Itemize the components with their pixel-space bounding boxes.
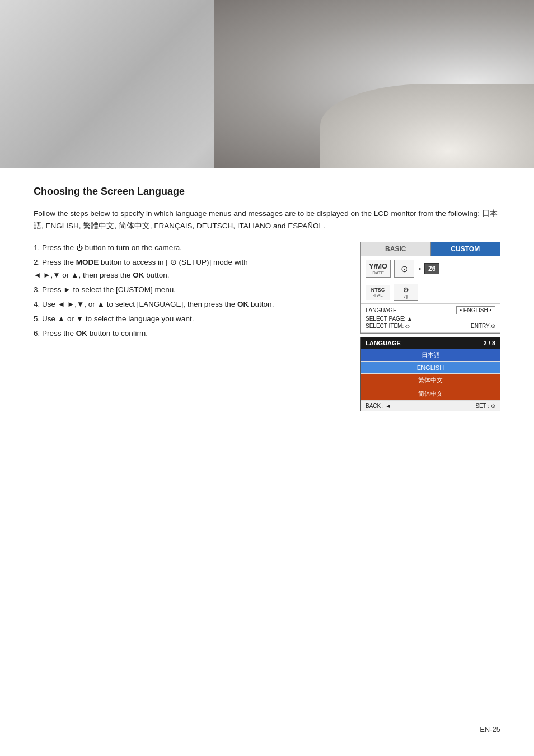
ntsc-pal-label: -PAL (373, 293, 382, 298)
step-5: Use ▲ or ▼ to select the language you wa… (34, 313, 344, 326)
lang-set-label: SET : ⊙ (475, 403, 495, 409)
timer-icon-box: ⊙ 7|j (394, 284, 418, 301)
lang-english-text: ENGLISH (417, 364, 444, 371)
step-4: Use ◄ ►,▼, or ▲ to select [LANGUAGE], th… (34, 298, 344, 311)
step-2: Press the MODE button to access in [ ⊙ (… (34, 256, 344, 282)
step-3: Press ► to select the [CUSTOM] menu. (34, 284, 344, 297)
language-menu: LANGUAGE 2 / 8 日本語 ENGLISH 繁体中文 简体中文 BAC… (360, 337, 500, 411)
lang-item-japanese[interactable]: 日本語 (361, 349, 500, 362)
steps-column: Press the ⏻ button to turn on the camera… (34, 242, 344, 351)
lang-menu-pages: 2 / 8 (484, 340, 495, 346)
camera-ui-column: BASIC CUSTOM Y/MO DATE ⊙ • (360, 242, 500, 411)
step-6: Press the OK button to confirm. (34, 327, 344, 340)
tab-row: BASIC CUSTOM (361, 242, 500, 256)
tab-custom[interactable]: CUSTOM (431, 242, 500, 256)
lang-item-english[interactable]: ENGLISH (361, 362, 500, 374)
language-label: LANGUAGE (366, 307, 397, 313)
icons-row-2: NTSC -PAL ⊙ 7|j (361, 281, 500, 304)
select-item-row: SELECT ITEM: ◇ ENTRY:⊙ (366, 323, 495, 329)
timer-sublabel: 7|j (404, 294, 408, 299)
lang-simplified-chinese-text: 简体中文 (418, 390, 443, 397)
lang-traditional-chinese-text: 繁体中文 (418, 377, 443, 383)
bullet-separator: • (419, 265, 421, 272)
content-columns: Press the ⏻ button to turn on the camera… (34, 242, 500, 411)
icons-row-1: Y/MO DATE ⊙ • 26 (361, 256, 500, 281)
badge-number: 26 (428, 265, 435, 273)
main-content: Choosing the Screen Language Follow the … (0, 168, 534, 434)
camera-menu-mockup: BASIC CUSTOM Y/MO DATE ⊙ • (360, 242, 500, 334)
date-label: DATE (372, 270, 384, 275)
language-row: LANGUAGE • ENGLISH • (366, 306, 495, 314)
section-heading: Choosing the Screen Language (34, 186, 500, 198)
lang-menu-title: LANGUAGE (366, 340, 401, 346)
setup-icon-box: ⊙ (394, 260, 414, 278)
select-page-label: SELECT PAGE: ▲ (366, 316, 413, 322)
steps-list: Press the ⏻ button to turn on the camera… (34, 242, 344, 340)
top-decorative-image (0, 0, 534, 168)
lang-item-simplified-chinese[interactable]: 简体中文 (361, 387, 500, 401)
date-icon-box: Y/MO DATE (366, 260, 391, 278)
setup-symbol: ⊙ (401, 264, 408, 274)
lang-japanese-text: 日本語 (421, 351, 440, 358)
intro-paragraph: Follow the steps below to specify in whi… (34, 208, 500, 232)
ntsc-icon-box: NTSC -PAL (366, 285, 390, 300)
lang-back-label: BACK : ◄ (366, 403, 391, 409)
timer-symbol: ⊙ (403, 286, 409, 294)
entry-value: ENTRY:⊙ (471, 323, 495, 329)
lang-menu-footer: BACK : ◄ SET : ⊙ (361, 401, 500, 411)
step-1: Press the ⏻ button to turn on the camera… (34, 242, 344, 255)
camera-info-panel: LANGUAGE • ENGLISH • SELECT PAGE: ▲ SELE… (361, 304, 500, 333)
tab-basic[interactable]: BASIC (361, 242, 431, 256)
lang-menu-header: LANGUAGE 2 / 8 (361, 337, 500, 349)
date-symbol: Y/MO (369, 262, 387, 270)
page-number: EN-25 (480, 725, 500, 734)
ntsc-symbol: NTSC (371, 287, 385, 293)
language-value: • ENGLISH • (456, 306, 495, 314)
lang-item-traditional-chinese[interactable]: 繁体中文 (361, 374, 500, 387)
select-page-row: SELECT PAGE: ▲ (366, 316, 495, 322)
number-badge: 26 (424, 263, 439, 274)
select-item-label: SELECT ITEM: ◇ (366, 323, 410, 329)
